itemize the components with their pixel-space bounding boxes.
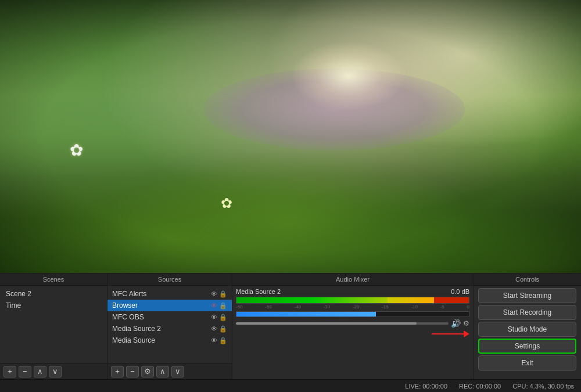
eye-icon: 👁: [211, 302, 217, 309]
scenes-remove-button[interactable]: −: [19, 366, 31, 377]
lock-icon: 🔒: [219, 302, 227, 310]
lock-icon: 🔒: [219, 314, 227, 321]
bottom-panel: Scenes Sources Audio Mixer Controls Scen…: [0, 273, 581, 392]
preview-area: [0, 0, 581, 273]
sources-panel: MFC Alerts 👁 🔒 Browser 👁 🔒 MFC OBS: [107, 286, 232, 379]
red-arrow-indicator: [432, 330, 469, 337]
scene-item[interactable]: Scene 2: [0, 288, 107, 300]
eye-icon: 👁: [211, 290, 217, 297]
lock-icon: 🔒: [219, 325, 227, 333]
settings-button[interactable]: Settings: [478, 339, 576, 354]
scenes-move-down-button[interactable]: ∨: [49, 366, 62, 377]
meter-red: [434, 297, 469, 303]
meter-green: [236, 297, 388, 303]
vignette: [0, 0, 581, 273]
source-item[interactable]: Browser 👁 🔒: [107, 300, 232, 311]
scene-item[interactable]: Time: [0, 300, 107, 311]
source-item[interactable]: MFC Alerts 👁 🔒: [107, 288, 232, 300]
volume-fill: [236, 322, 417, 325]
start-streaming-button[interactable]: Start Streaming: [478, 288, 576, 303]
audio-db-value: 0.0 dB: [451, 288, 469, 295]
exit-button[interactable]: Exit: [478, 355, 576, 371]
source-item-icons: 👁 🔒: [211, 314, 227, 321]
controls-header: Controls: [474, 274, 581, 285]
audio-mixer-header: Audio Mixer: [232, 274, 474, 285]
source-item-icons: 👁 🔒: [211, 325, 227, 333]
source-item[interactable]: MFC OBS 👁 🔒: [107, 311, 232, 323]
meter-yellow: [388, 297, 434, 303]
section-headers: Scenes Sources Audio Mixer Controls: [0, 273, 581, 286]
preview-background: [0, 0, 581, 273]
start-recording-button[interactable]: Start Recording: [478, 305, 576, 320]
audio-source-header: Media Source 2 0.0 dB: [236, 288, 469, 295]
eye-icon: 👁: [211, 337, 217, 344]
audio-controls: 🔊 ⚙: [236, 319, 469, 328]
eye-icon: 👁: [211, 314, 217, 321]
arrow-line: [432, 333, 464, 335]
audio-settings-gear-icon[interactable]: ⚙: [463, 319, 469, 328]
scenes-add-button[interactable]: +: [3, 366, 16, 377]
sources-move-up-button[interactable]: ∧: [156, 366, 169, 377]
sources-remove-button[interactable]: −: [126, 366, 139, 377]
sources-add-button[interactable]: +: [111, 366, 124, 377]
sources-toolbar: + − ⚙ ∧ ∨: [107, 363, 232, 379]
studio-mode-button[interactable]: Studio Mode: [478, 322, 576, 337]
meter-labels: -60 -50 -40 -30 -20 -15 -10 -5 0: [236, 304, 469, 310]
live-status: LIVE: 00:00:00: [405, 383, 447, 390]
volume-icon[interactable]: 🔊: [451, 319, 461, 328]
audio-mixer-panel: Media Source 2 0.0 dB -60 -50 -40 -30: [232, 286, 474, 379]
source-item-icons: 👁 🔒: [211, 302, 227, 310]
audio-meter-2: [236, 311, 469, 317]
source-item[interactable]: Media Source 👁 🔒: [107, 335, 232, 346]
sources-settings-button[interactable]: ⚙: [141, 366, 154, 377]
audio-source: Media Source 2 0.0 dB -60 -50 -40 -30: [236, 288, 469, 328]
scenes-toolbar: + − ∧ ∨: [0, 363, 107, 379]
source-item-icons: 👁 🔒: [211, 290, 227, 298]
source-item-icons: 👁 🔒: [211, 337, 227, 344]
sources-move-down-button[interactable]: ∨: [171, 366, 184, 377]
audio-meter-fill: [236, 312, 376, 317]
scenes-move-up-button[interactable]: ∧: [34, 366, 46, 377]
rec-status: REC: 00:00:00: [459, 383, 501, 390]
source-item[interactable]: Media Source 2 👁 🔒: [107, 323, 232, 335]
arrow-head: [464, 330, 469, 337]
sources-header: Sources: [107, 274, 232, 285]
audio-source-name: Media Source 2: [236, 288, 281, 295]
meter-scale: [236, 297, 469, 303]
eye-icon: 👁: [211, 325, 217, 332]
scenes-list: Scene 2 Time: [0, 286, 107, 363]
audio-meter: [236, 297, 469, 304]
cpu-status: CPU: 4.3%, 30.00 fps: [512, 383, 574, 390]
lock-icon: 🔒: [219, 290, 227, 298]
scenes-header: Scenes: [0, 274, 107, 285]
scenes-panel: Scene 2 Time + − ∧ ∨: [0, 286, 107, 379]
controls-panel: Start Streaming Start Recording Studio M…: [474, 286, 581, 379]
lock-icon: 🔒: [219, 337, 227, 344]
sources-list: MFC Alerts 👁 🔒 Browser 👁 🔒 MFC OBS: [107, 286, 232, 363]
status-bar: LIVE: 00:00:00 REC: 00:00:00 CPU: 4.3%, …: [0, 379, 581, 392]
panel-content: Scene 2 Time + − ∧ ∨ MFC Alerts 👁 🔒: [0, 286, 581, 379]
volume-slider[interactable]: [236, 322, 449, 325]
